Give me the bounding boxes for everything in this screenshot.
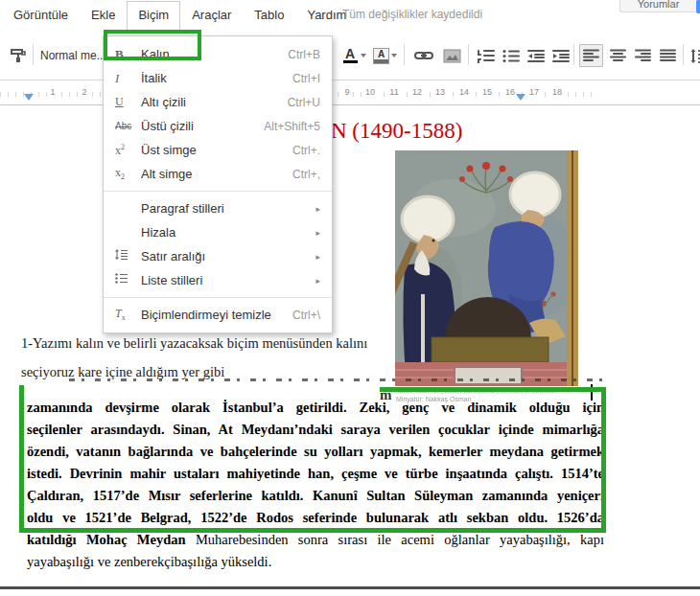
indent-marker-right-icon[interactable] [516, 94, 525, 101]
annotation-box-paragraph-top [380, 387, 606, 392]
paragraph-line-last: yayabaşılığı ve zenberekçibaşılığa yükse… [27, 551, 604, 573]
align-right-icon[interactable] [631, 44, 655, 67]
paint-format-icon[interactable] [8, 44, 29, 67]
ruler-number: 12 [410, 87, 424, 97]
google-docs-window: GörüntüleEkleBiçimAraçlarTabloYardım Tüm… [0, 0, 700, 596]
align-center-icon[interactable] [606, 44, 630, 67]
paragraph-line: istedi. Devrinin mahir ustaları mahiyeti… [27, 463, 604, 485]
save-status: Tüm değişiklikler kaydedildi [342, 8, 482, 21]
menu-item-shortcut: Ctrl+\ [292, 309, 320, 322]
justify-icon[interactable] [656, 44, 680, 67]
menu-ekle[interactable]: Ekle [80, 1, 127, 29]
menu-separator [104, 191, 332, 192]
ruler-number: 18 [550, 87, 564, 97]
format-menu-item-i-talik[interactable]: IİtalikCtrl+I [104, 66, 332, 90]
format-menu-item-alt-simge[interactable]: x2Alt simgeCtrl+, [104, 162, 332, 186]
menu-araclar[interactable]: Araçlar [180, 1, 243, 29]
menu-item-shortcut: Ctrl+U [288, 96, 320, 109]
menu-item-shortcut: Alt+Shift+5 [264, 120, 320, 133]
annotation-box-paragraph-bottom [19, 528, 606, 533]
decrease-indent-icon[interactable] [525, 44, 547, 67]
strikethrough-icon: Abc [115, 119, 141, 133]
ruler-number: 15 [480, 87, 494, 97]
paragraph-line: özendi, vatanın bağlarında ve bahçelerin… [27, 441, 604, 463]
ruler-number: 10 [363, 87, 377, 97]
menu-tablo[interactable]: Tablo [243, 1, 295, 29]
bulleted-list-icon[interactable] [501, 44, 522, 67]
submenu-arrow-icon: ▸ [315, 276, 320, 286]
menu-item-label: İtalik [141, 71, 292, 85]
menu-bar: GörüntüleEkleBiçimAraçlarTabloYardım Tüm… [0, 0, 700, 30]
ruler-number: 13 [433, 87, 447, 97]
share-button[interactable] [696, 0, 700, 13]
text-color-dropdown-icon[interactable] [360, 44, 367, 67]
menu-item-label: Biçimlendirmeyi temizle [141, 308, 292, 322]
list-styles-icon [115, 273, 141, 287]
body-paragraph: zamanında devşirme olarak İstanbul’a get… [27, 397, 604, 573]
indent-marker-left-icon[interactable] [24, 94, 34, 101]
format-menu-item--st-simge[interactable]: x2Üst simgeCtrl+. [104, 138, 332, 162]
paragraph-style-selector[interactable]: Normal me... [40, 44, 98, 67]
format-menu-item--st-izili[interactable]: AbcÜstü çiziliAlt+Shift+5 [104, 114, 332, 138]
menu-separator [104, 297, 332, 298]
instruction-line1: 1-Yazımı kalın ve belirli yazacaksak biç… [21, 335, 367, 352]
clipped-text-line [69, 378, 606, 381]
menu-item-label: Liste stilleri [141, 273, 315, 287]
menu-item-label: Hizala [141, 225, 315, 240]
menu-item-label: Üst simge [141, 143, 292, 157]
paragraph-line: oldu ve 1521’de Belgrad, 1522’de Rodos s… [27, 507, 604, 529]
format-menu-item-sat-r-aral-[interactable]: Satır aralığı▸ [104, 244, 332, 268]
annotation-box-paragraph-left [19, 385, 24, 533]
numbered-list-icon[interactable] [476, 44, 497, 67]
menu-bicim[interactable]: Biçim [127, 1, 180, 30]
line-spacing-icon[interactable] [688, 44, 700, 67]
clear-formatting-icon: Tx [115, 307, 141, 322]
ruler-number: 2 [80, 87, 88, 97]
menu-item-label: Satır aralığı [141, 249, 315, 264]
insert-link-icon[interactable] [412, 44, 435, 67]
menu-item-label: Altı çizili [141, 95, 288, 109]
page-bottom-divider [0, 586, 700, 589]
insert-image-icon[interactable] [440, 44, 463, 67]
highlight-color-dropdown-icon[interactable] [390, 44, 398, 67]
submenu-arrow-icon: ▸ [315, 252, 320, 262]
highlight-color-icon[interactable]: A [372, 44, 390, 67]
ruler-number: 9 [342, 87, 351, 97]
underline-icon: U [115, 95, 141, 109]
format-menu-item-hizala[interactable]: Hizala▸ [104, 220, 332, 244]
line-spacing-icon [115, 249, 141, 264]
menu-item-label: Paragraf stilleri [141, 201, 315, 216]
italic-icon: I [115, 71, 141, 86]
submenu-arrow-icon: ▸ [315, 204, 320, 214]
ruler-number: 16 [503, 87, 517, 97]
comments-button[interactable]: Yorumlar [619, 0, 697, 12]
menu-item-label: Alt simge [141, 167, 292, 181]
menu-item-shortcut: Ctrl+I [292, 72, 320, 85]
document-title: N (1490-1588) [331, 119, 462, 144]
format-menu: BKalınCtrl+BIİtalikCtrl+IUAltı çiziliCtr… [103, 35, 333, 333]
format-menu-item-liste-stilleri[interactable]: Liste stilleri▸ [104, 268, 332, 292]
paragraph-line: seçilenler arasındaydı. Sinan, At Meydan… [27, 419, 604, 441]
menu-item-shortcut: Ctrl+, [292, 168, 320, 181]
annotation-box-kalin [104, 30, 201, 60]
format-menu-item-alt-izili[interactable]: UAltı çiziliCtrl+U [104, 90, 332, 114]
subscript-icon: x2 [115, 166, 141, 181]
ruler-number: 14 [457, 87, 471, 97]
paragraph-line: zamanında devşirme olarak İstanbul’a get… [27, 397, 604, 419]
ruler-number: 11 [387, 87, 400, 97]
increase-indent-icon[interactable] [550, 44, 572, 67]
text-color-icon[interactable]: A [341, 44, 359, 67]
annotation-box-paragraph-right [601, 387, 606, 533]
menu-item-label: Üstü çizili [141, 119, 264, 133]
miniature-image [395, 150, 578, 386]
menu-goruntule[interactable]: Görüntüle [2, 1, 80, 29]
ruler-number: 17 [527, 87, 541, 97]
menu-item-shortcut: Ctrl+. [292, 144, 320, 157]
paragraph-line: Çaldıran, 1517’de Mısır seferlerine katı… [27, 485, 604, 507]
align-left-icon[interactable] [579, 44, 603, 67]
submenu-arrow-icon: ▸ [315, 228, 320, 238]
format-menu-item-bi-imlendirmeyi-temizle[interactable]: TxBiçimlendirmeyi temizleCtrl+\ [104, 303, 332, 327]
format-menu-item-paragraf-stilleri[interactable]: Paragraf stilleri▸ [104, 196, 332, 220]
superscript-icon: x2 [115, 143, 141, 158]
menu-item-shortcut: Ctrl+B [288, 48, 320, 61]
